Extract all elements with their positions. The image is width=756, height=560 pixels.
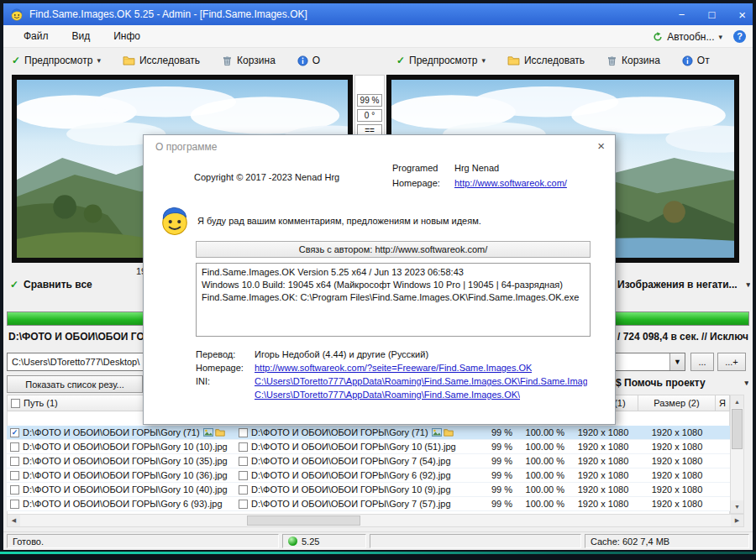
trash-button-right[interactable]: Корзина [606, 55, 660, 66]
preview-label: Предпросмотр [24, 55, 92, 66]
toolbar-right: ✓ Предпросмотр ▾ Исследовать Корзина [396, 48, 753, 73]
ini-file-link[interactable]: C:\Users\DToretto777\AppData\Roaming\Fin… [255, 376, 587, 386]
similarity-cell: 99 % [464, 426, 516, 439]
size1-cell: 1920 x 1080 [568, 454, 638, 468]
status-spacer [370, 534, 581, 548]
scan-path-text: D:\ФОТО И ОБОИ\ОБОИ ГО [8, 331, 144, 343]
scroll-right-icon[interactable]: ▶ [731, 515, 743, 526]
match-cell: 100.00 % [516, 483, 568, 496]
refresh-icon [653, 32, 663, 42]
table-row[interactable]: D:\ФОТО И ОБОИ\ОБОИ ГОРЫ\Gory 10 (36).jp… [7, 468, 730, 483]
contact-author-button[interactable]: Связь с автором: http://www.softwareok.c… [196, 241, 591, 258]
accent-line [0, 552, 756, 554]
explore-label: Исследовать [139, 55, 200, 66]
donate-label: $ Помочь проекту [616, 377, 706, 389]
ini-label: INI: [196, 376, 210, 386]
row-checkbox[interactable] [10, 471, 19, 480]
select-all-checkbox[interactable] [11, 399, 20, 408]
row-checkbox[interactable]: ✓ [10, 428, 19, 437]
folder-icon [215, 428, 225, 437]
explore-button-left[interactable]: Исследовать [123, 55, 200, 66]
menu-item-file[interactable]: Файл [24, 30, 49, 42]
header-last[interactable]: Я [716, 395, 730, 411]
scroll-down-icon[interactable]: ▼ [731, 500, 743, 513]
row-checkbox[interactable] [10, 442, 19, 452]
donate-dropdown[interactable]: $ Помочь проекту ▾ [616, 377, 748, 389]
file-path: D:\ФОТО И ОБОИ\ОБОИ ГОРЫ\Gory 10 (51).jp… [251, 442, 456, 452]
row-checkbox[interactable] [239, 457, 248, 466]
toolbar-left: ✓ Предпросмотр ▾ Исследовать Корзина [12, 48, 320, 73]
table-row[interactable]: D:\ФОТО И ОБОИ\ОБОИ ГОРЫ\Gory 10 (35).jp… [7, 454, 730, 468]
close-button[interactable]: × [738, 8, 746, 22]
homepage2-link[interactable]: http://www.softwareok.com/?seite=Freewar… [255, 363, 532, 373]
scroll-left-icon[interactable]: ◀ [8, 515, 20, 526]
row-checkbox[interactable] [239, 442, 248, 452]
info-line: Find.Same.Images.OK Version 5.25 x64 / J… [202, 266, 585, 279]
vertical-scrollbar[interactable]: ▲ ▼ [730, 395, 744, 514]
size2-cell: 1920 x 1080 [638, 426, 716, 439]
menu-item-view[interactable]: Вид [72, 30, 91, 42]
version-info-box[interactable]: Find.Same.Images.OK Version 5.25 x64 / J… [196, 263, 591, 337]
scroll-up-icon[interactable]: ▲ [731, 395, 743, 408]
row-checkbox[interactable] [239, 471, 248, 480]
status-ready: Готово. [7, 534, 279, 548]
path-dropdown-button[interactable]: ▼ [669, 353, 685, 370]
title-bar[interactable]: Find.Same.Images.OK 5.25 - Admin - [Find… [3, 3, 753, 25]
info-icon [297, 55, 308, 66]
size2-cell: 1920 x 1080 [638, 440, 716, 453]
add-path-button[interactable]: ...+ [717, 353, 746, 371]
file-path: D:\ФОТО И ОБОИ\ОБОИ ГОРЫ\Gory 10 (40).jp… [23, 484, 228, 495]
window-bottom-border [0, 550, 756, 560]
match-cell: 100.00 % [516, 454, 568, 468]
minimize-button[interactable]: − [679, 8, 685, 21]
compare-all-checkbox[interactable]: ✓ Сравнить все [10, 279, 92, 290]
table-row[interactable]: ✓ D:\ФОТО И ОБОИ\ОБОИ ГОРЫ\Gory (71) D:\… [7, 426, 730, 440]
similarity-cell: 99 % [464, 454, 516, 468]
rotation-control[interactable]: 0 ° [357, 109, 382, 122]
file-path: D:\ФОТО И ОБОИ\ОБОИ ГОРЫ\Gory (71) [23, 427, 200, 437]
row-checkbox[interactable] [10, 485, 19, 495]
size1-cell: 1920 x 1080 [568, 497, 638, 510]
chevron-down-icon: ▾ [744, 379, 748, 387]
explore-button-right[interactable]: Исследовать [507, 55, 585, 66]
header-size2[interactable]: Размер (2) [638, 395, 716, 411]
show-results-button[interactable]: Показать список резу... [7, 375, 143, 393]
size2-cell: 1920 x 1080 [638, 497, 716, 510]
preview-dropdown-left[interactable]: ✓ Предпросмотр ▾ [12, 55, 101, 66]
homepage-link[interactable]: http://www.softwareok.com/ [454, 178, 567, 188]
row-checkbox[interactable] [239, 428, 248, 437]
preview-dropdown-right[interactable]: ✓ Предпросмотр ▾ [396, 55, 486, 66]
similarity-control[interactable]: 99 % [357, 94, 382, 107]
menu-item-info[interactable]: Инфо [113, 30, 140, 42]
negative-images-dropdown[interactable]: Изображения в негати... ▾ [617, 279, 750, 290]
image-icon [203, 428, 213, 437]
table-row[interactable]: D:\ФОТО И ОБОИ\ОБОИ ГОРЫ\Gory 6 (93).jpg… [7, 497, 730, 511]
ini-folder-link[interactable]: C:\Users\DToretto777\AppData\Roaming\Fin… [255, 390, 520, 400]
row-checkbox[interactable] [239, 485, 248, 495]
scrollbar-thumb[interactable] [247, 516, 360, 526]
match-cell: 100.00 % [516, 468, 568, 482]
browse-button[interactable]: ... [690, 353, 714, 371]
homepage-label: Homepage: [392, 178, 440, 188]
match-cell: 100.00 % [516, 440, 568, 453]
table-row[interactable]: D:\ФОТО И ОБОИ\ОБОИ ГОРЫ\Gory 10 (10).jp… [7, 440, 730, 454]
scrollbar-thumb[interactable] [732, 409, 743, 449]
row-checkbox[interactable] [10, 500, 19, 509]
dialog-title: О программе [155, 141, 217, 153]
trash-button-left[interactable]: Корзина [222, 55, 276, 66]
image-icon [432, 428, 442, 437]
file-path: D:\ФОТО И ОБОИ\ОБОИ ГОРЫ\Gory 10 (10).jp… [23, 442, 228, 452]
about-button-left[interactable]: О [297, 55, 320, 66]
row-checkbox[interactable] [10, 457, 19, 466]
trash-label: Корзина [237, 55, 276, 66]
chevron-down-icon: ▾ [746, 280, 750, 289]
maximize-button[interactable]: □ [708, 8, 715, 21]
horizontal-scrollbar[interactable]: ◀ ▶ [7, 514, 744, 527]
table-row[interactable]: D:\ФОТО И ОБОИ\ОБОИ ГОРЫ\Gory 10 (40).jp… [7, 483, 730, 497]
row-checkbox[interactable] [239, 500, 248, 509]
about-button-right[interactable]: От [682, 55, 710, 66]
auto-update-dropdown[interactable]: Автообн... [667, 31, 714, 43]
close-icon[interactable]: × [597, 139, 605, 153]
about-label: От [697, 55, 710, 66]
help-icon[interactable]: ? [733, 30, 746, 43]
